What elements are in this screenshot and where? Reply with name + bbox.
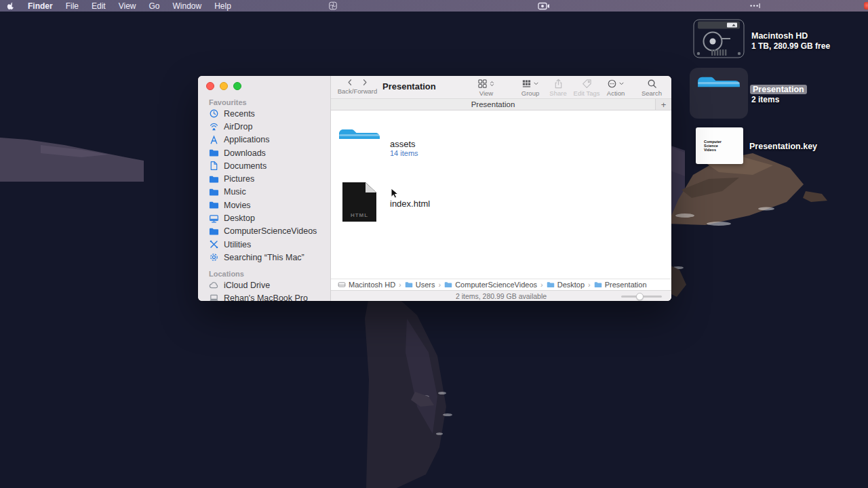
gear-icon xyxy=(209,252,219,262)
presentation-key-label[interactable]: Presentation.key xyxy=(749,142,817,151)
input-dots-icon[interactable] xyxy=(653,3,856,9)
path-segment-macintosh-hd[interactable]: Macintosh HD xyxy=(349,281,395,289)
presentation-folder-info: 2 items xyxy=(751,95,779,104)
folder-icon xyxy=(209,226,219,237)
assets-folder-info: 14 items xyxy=(390,149,418,157)
index-html-label[interactable]: index.html xyxy=(390,199,430,209)
utilities-icon xyxy=(209,239,219,249)
sidebar-item-recents[interactable]: Recents xyxy=(203,107,328,120)
group-button[interactable]: Group xyxy=(515,78,545,97)
presentation-folder-label[interactable]: Presentation xyxy=(750,85,807,94)
sidebar-item-utilities[interactable]: Utilities xyxy=(203,238,328,251)
macintosh-hd-info: 1 TB, 280.99 GB free xyxy=(751,41,830,51)
sidebar-item-label: Pictures xyxy=(224,174,254,184)
path-separator: › xyxy=(437,281,441,289)
apple-menu[interactable] xyxy=(7,1,15,11)
sidebar-item-applications[interactable]: Applications xyxy=(203,134,328,146)
document-icon xyxy=(209,161,219,171)
path-segment-desktop[interactable]: Desktop xyxy=(557,281,585,289)
tab-presentation[interactable]: Presentation xyxy=(331,100,655,108)
share-button: Share xyxy=(545,78,571,97)
path-segment-presentation[interactable]: Presentation xyxy=(605,281,647,289)
chevron-down-icon xyxy=(618,81,625,87)
folder-icon xyxy=(209,148,219,158)
sidebar-item-label: Utilities xyxy=(224,240,251,249)
folder-icon xyxy=(405,281,413,289)
up-down-chevron-icon xyxy=(489,81,495,87)
tag-icon xyxy=(582,79,592,89)
sidebar-item-label: ComputerScienceVideos xyxy=(224,226,317,236)
path-segment-computersciencevideos[interactable]: ComputerScienceVideos xyxy=(455,281,537,289)
sidebar-item-searching-this-mac[interactable]: Searching “This Mac” xyxy=(203,251,328,264)
assets-folder-icon[interactable] xyxy=(338,127,381,162)
menu-edit[interactable]: Edit xyxy=(92,1,106,11)
sidebar-item-label: Documents xyxy=(224,161,267,171)
red-app-menu-icon[interactable] xyxy=(864,2,868,9)
sidebar-section-favourites: Favourites xyxy=(209,98,247,106)
traffic-lights xyxy=(206,82,241,90)
sidebar-item-downloads[interactable]: Downloads xyxy=(203,146,328,159)
sidebar-item-desktop[interactable]: Desktop xyxy=(203,211,328,224)
sidebar-item-computersciencevideos[interactable]: ComputerScienceVideos xyxy=(203,225,328,238)
zoom-slider-knob[interactable] xyxy=(636,293,644,300)
mouse-cursor xyxy=(391,188,399,199)
menu-finder[interactable]: Finder xyxy=(28,1,53,11)
sidebar-item-label: iCloud Drive xyxy=(224,281,270,290)
presentation-folder-icon[interactable] xyxy=(696,74,741,111)
sidebar-item-label: Searching “This Mac” xyxy=(224,253,304,262)
sidebar-item-icloud-drive[interactable]: iCloud Drive xyxy=(203,279,328,291)
sidebar-item-airdrop[interactable]: AirDrop xyxy=(203,120,328,133)
presentation-key-icon[interactable]: Computer Science Videos xyxy=(696,127,743,164)
search-icon xyxy=(647,79,657,89)
forward-button[interactable] xyxy=(361,78,369,87)
file-list[interactable]: assets 14 items HTML index.html xyxy=(331,110,671,279)
path-separator: › xyxy=(398,281,402,289)
assets-folder-label[interactable]: assets xyxy=(390,139,416,149)
keynote-thumbnail-text: Computer Science Videos xyxy=(696,140,723,152)
sidebar-item-label: Movies xyxy=(224,201,251,210)
airdrop-icon xyxy=(209,121,219,131)
search-button[interactable]: Search xyxy=(637,78,666,97)
sidebar-favourites-list: Recents AirDrop Applications Downloads D… xyxy=(203,107,328,264)
action-button[interactable]: Action xyxy=(601,78,631,97)
sidebar-section-locations: Locations xyxy=(209,270,244,278)
sidebar-item-label: Applications xyxy=(224,135,269,144)
finder-sidebar: Favourites Recents AirDrop Applications … xyxy=(198,76,331,301)
view-button[interactable]: View xyxy=(471,78,502,97)
menu-go[interactable]: Go xyxy=(149,1,160,11)
macintosh-hd-label[interactable]: Macintosh HD xyxy=(751,31,808,41)
applications-icon xyxy=(209,135,219,145)
menu-window[interactable]: Window xyxy=(173,1,202,11)
sidebar-item-label: Recents xyxy=(224,109,255,119)
share-label: Share xyxy=(545,89,571,97)
close-button[interactable] xyxy=(206,82,214,90)
path-separator: › xyxy=(540,281,544,289)
chevron-down-icon xyxy=(533,81,539,87)
back-button[interactable] xyxy=(346,78,354,87)
new-tab-button[interactable]: + xyxy=(655,99,671,110)
minimize-button[interactable] xyxy=(220,82,228,90)
sidebar-item-label: Desktop xyxy=(224,214,255,223)
menu-file[interactable]: File xyxy=(66,1,79,11)
sidebar-item-label: AirDrop xyxy=(224,122,252,131)
edit-tags-label: Edit Tags xyxy=(570,89,604,97)
folder-icon xyxy=(209,187,219,197)
path-segment-users[interactable]: Users xyxy=(416,281,435,289)
drive-icon xyxy=(338,281,346,289)
macintosh-hd-icon[interactable] xyxy=(693,19,745,58)
sidebar-item-label: Downloads xyxy=(224,148,266,158)
sidebar-item-rehans-macbook-pro[interactable]: Rehan's MacBook Pro xyxy=(203,291,328,301)
page-fold-decoration xyxy=(366,182,376,192)
sidebar-item-pictures[interactable]: Pictures xyxy=(203,172,328,185)
sidebar-item-movies[interactable]: Movies xyxy=(203,199,328,211)
pinwheel-menu-icon[interactable] xyxy=(231,1,435,10)
zoom-button[interactable] xyxy=(233,82,241,90)
sidebar-item-music[interactable]: Music xyxy=(203,186,328,199)
screen-record-icon[interactable] xyxy=(442,2,646,10)
zoom-slider[interactable] xyxy=(621,296,662,298)
menu-help[interactable]: Help xyxy=(214,1,231,11)
index-html-file-icon[interactable]: HTML xyxy=(342,182,376,222)
html-badge: HTML xyxy=(342,212,376,218)
menu-view[interactable]: View xyxy=(119,1,136,11)
sidebar-item-documents[interactable]: Documents xyxy=(203,159,328,172)
